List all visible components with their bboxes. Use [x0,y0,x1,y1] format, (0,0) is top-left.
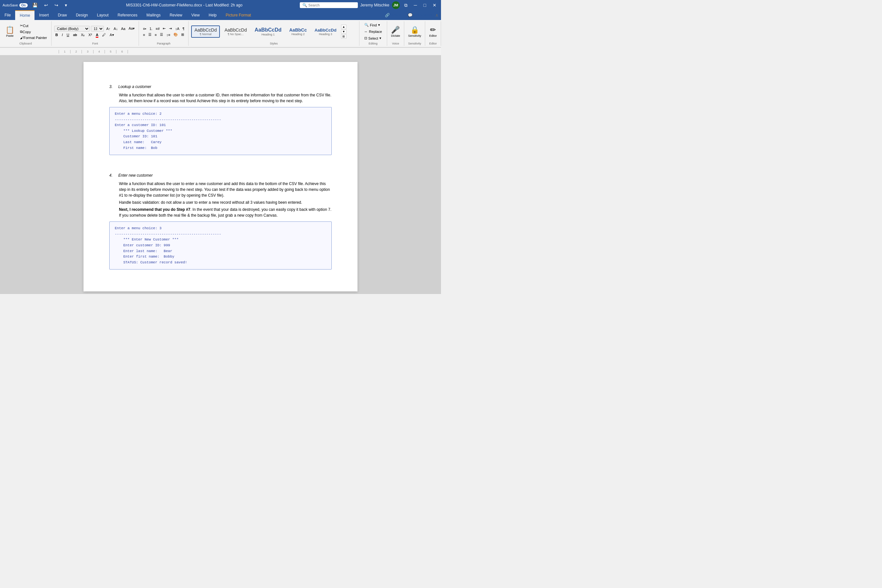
dictate-button[interactable]: 🎤 Dictate [390,24,401,39]
tab-mailings[interactable]: Mailings [142,10,165,20]
document-page[interactable]: 3. Lookup a customer Write a function th… [84,62,357,291]
tab-draw[interactable]: Draw [53,10,71,20]
style-heading3[interactable]: AaBbCcDd Heading 3 [311,26,340,38]
font-size-increase-button[interactable]: A↑ [105,26,112,31]
tab-picture-format[interactable]: Picture Format [221,10,256,20]
styles-scroll-down[interactable]: ▼ [341,29,346,34]
multilevel-list-button[interactable]: ≡# [154,26,161,31]
tab-help[interactable]: Help [204,10,221,20]
justify-button[interactable]: ☰ [159,32,164,38]
subscript-button[interactable]: X₂ [80,32,86,38]
find-button[interactable]: 🔍 Find ▾ [362,22,384,28]
collapse-ribbon-button[interactable]: ∧ [435,13,438,18]
cut-button[interactable]: ✂ Cut [18,23,49,28]
tab-references[interactable]: References [113,10,142,20]
select-icon: ⊡ [364,36,367,40]
copy-button[interactable]: ⧉ Copy [18,29,49,34]
copy-label: Copy [22,30,31,34]
clear-formatting-button[interactable]: Aa [120,26,126,31]
font-size-select[interactable]: 11 [91,26,104,32]
line-spacing-button[interactable]: ↕≡ [165,32,171,38]
undo-button[interactable]: ↩ [42,3,50,8]
editor-button[interactable]: ✏ Editor [428,24,438,39]
section3-bullets: Write a function that allows the user to… [119,92,332,104]
paragraph-group-label: Paragraph [141,42,186,45]
style-h2-preview: AaBbCc [289,27,307,33]
ribbon-actions: 🔗 Share 💬 Comments ∧ [379,10,441,20]
tab-insert[interactable]: Insert [34,10,53,20]
share-button[interactable]: 🔗 Share [381,12,405,19]
replace-icon: ↔ [364,30,368,33]
align-right-button[interactable]: ≡ [153,32,158,38]
minimize-button[interactable]: ─ [412,3,419,8]
font-controls-inner: Calibri (Body) 11 A↑ A↓ Aa Aa▾ [54,26,136,38]
autosave-control[interactable]: AutoSave On [3,3,28,8]
paste-button[interactable]: 📋 Paste [3,24,17,39]
tab-layout[interactable]: Layout [93,10,113,20]
clipboard-group-label: Clipboard [3,42,49,45]
tab-view[interactable]: View [187,10,204,20]
shading-button[interactable]: 🎨 [172,32,179,38]
format-painter-button[interactable]: 🖌 Format Painter [18,35,49,40]
bullets-button[interactable]: ≡• [141,26,147,31]
section4-bullets: Write a function that allows the user to… [119,181,332,218]
change-case-button[interactable]: Aa▾ [128,26,136,31]
decrease-indent-button[interactable]: ⇤ [162,26,167,31]
code4-line7: Enter last name: Bear [115,249,326,254]
replace-button[interactable]: ↔ Replace [362,29,384,34]
font-size-decrease-button[interactable]: A↓ [112,26,119,31]
section4-bullet3: Next, I recommend that you do Step #7. I… [119,207,332,218]
text-color-button[interactable]: A▾ [108,32,115,38]
para-row2: ≡ ☰ ≡ ☰ ↕≡ 🎨 ⊞ [141,32,186,38]
style-no-spacing[interactable]: AaBbCcDd ¶ No Spac... [221,26,250,38]
close-button[interactable]: ✕ [430,3,438,8]
borders-button[interactable]: ⊞ [180,32,185,38]
styles-more[interactable]: ⊞ [341,34,346,39]
restore-button[interactable]: ⧉ [402,3,410,8]
select-button[interactable]: ⊡ Select ▾ [362,35,384,41]
align-center-button[interactable]: ☰ [147,32,153,38]
styles-scroll: ▲ ▼ ⊞ [341,24,346,39]
font-name-select[interactable]: Calibri (Body) [54,26,90,32]
style-normal[interactable]: AaBbCcDd ¶ Normal [191,26,220,38]
customize-quick-access[interactable]: ▾ [63,3,69,8]
underline-button[interactable]: U [66,32,70,38]
tab-file[interactable]: File [0,10,15,20]
maximize-button[interactable]: □ [422,3,428,8]
align-left-button[interactable]: ≡ [141,32,146,38]
para-controls-inner: ≡• 1. ≡# ⇤ ⇥ ↕A ¶ ≡ ☰ ≡ ☰ ↕≡ 🎨 [141,26,186,38]
voice-group: 🎤 Dictate Voice [387,21,404,46]
code3-line4: Enter a customer ID: 101 [115,123,326,128]
styles-scroll-up[interactable]: ▲ [341,24,346,29]
styles-group: AaBbCcDd ¶ Normal AaBbCcDd ¶ No Spac... … [189,21,359,46]
sort-button[interactable]: ↕A [174,26,180,31]
dictate-label: Dictate [391,34,400,38]
code3-line1: Enter a menu choice: 2 [115,111,326,117]
style-h1-preview: AaBbCcDd [255,27,282,33]
tab-review[interactable]: Review [165,10,187,20]
search-bar[interactable]: 🔍 [300,2,358,8]
autosave-toggle[interactable]: On [20,3,28,8]
numbering-button[interactable]: 1. [148,26,154,31]
code4-line8: Enter first name: Bobby [115,254,326,260]
style-heading1[interactable]: AaBbCcDd Heading 1 [252,25,285,38]
style-heading2[interactable]: AaBbCc Heading 2 [286,26,310,38]
editor-icon: ✏ [430,26,436,34]
highlight-button[interactable]: 🖊 [101,32,107,38]
sensitivity-button[interactable]: 🔒 Sensitivity [407,24,423,39]
tab-home[interactable]: Home [15,10,34,20]
bold-button[interactable]: B [54,32,59,38]
comments-button[interactable]: 💬 Comments [408,13,433,18]
superscript-button[interactable]: X² [87,32,93,38]
strikethrough-button[interactable]: ab [72,32,78,38]
tab-design[interactable]: Design [71,10,92,20]
increase-indent-button[interactable]: ⇥ [168,26,173,31]
italic-button[interactable]: I [61,32,64,38]
redo-button[interactable]: ↪ [52,3,60,8]
font-color-button[interactable]: A [94,32,100,38]
show-formatting-button[interactable]: ¶ [181,26,186,31]
document-title: MIS3301-Ch6-HW-Customer-FileMenu.docx - … [69,3,300,8]
search-input[interactable] [309,3,354,7]
section4-code-box: Enter a menu choice: 3 -----------------… [109,222,332,270]
save-button[interactable]: 💾 [30,3,40,8]
